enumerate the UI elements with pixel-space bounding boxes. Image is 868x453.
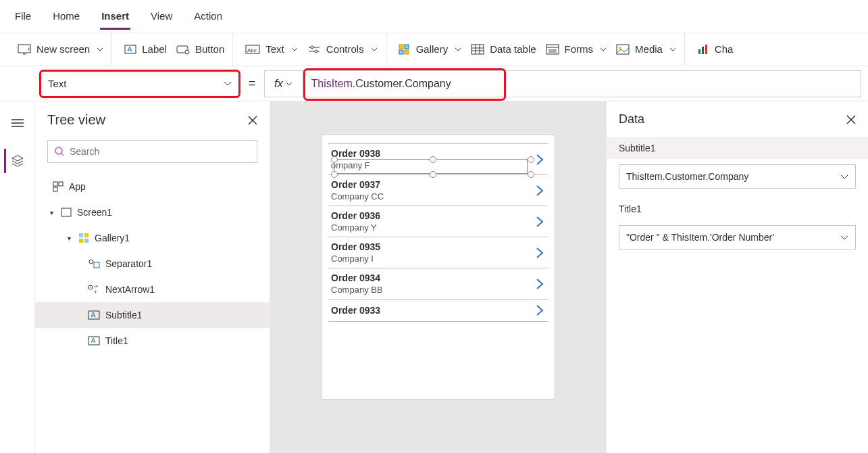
- tree-search-input[interactable]: [70, 146, 250, 157]
- tree-node-label: Separator1: [105, 258, 152, 269]
- gallery-item[interactable]: Order 0934Company BB: [328, 268, 548, 300]
- label-icon: [88, 310, 100, 320]
- fx-button[interactable]: fx: [264, 70, 303, 97]
- chevron-right-icon[interactable]: [536, 184, 545, 197]
- chevron-down-icon: [291, 47, 298, 51]
- close-icon: [846, 115, 856, 124]
- chevron-down-icon: [97, 47, 103, 51]
- data-panel: Data Subtitle1 ThisItem.Customer.Company…: [606, 101, 868, 453]
- chevron-right-icon[interactable]: [536, 304, 545, 317]
- property-selector[interactable]: Text: [39, 70, 240, 98]
- text-menu[interactable]: Abc Text: [245, 43, 298, 55]
- forms-menu[interactable]: Forms: [546, 43, 607, 55]
- button-button[interactable]: Button: [176, 43, 224, 55]
- property-selector-value: Text: [48, 78, 67, 89]
- gallery-item-title: Order 0936: [331, 210, 536, 221]
- rail-tree-view[interactable]: [4, 149, 28, 173]
- tree-node-label: NextArrow1: [105, 284, 155, 295]
- data-field-subtitle-input[interactable]: ThisItem.Customer.Company: [619, 164, 856, 189]
- tree-node-subtitle1[interactable]: Subtitle1: [35, 302, 270, 328]
- canvas[interactable]: Order 0938ompany FOrder 0937Company CCOr…: [270, 101, 606, 453]
- data-table-button[interactable]: Data table: [471, 43, 536, 55]
- chevron-right-icon[interactable]: [536, 246, 545, 260]
- selection-handle[interactable]: [430, 156, 436, 163]
- gallery-menu[interactable]: Gallery: [399, 43, 462, 55]
- menu-insert[interactable]: Insert: [100, 2, 130, 30]
- fx-label: fx: [274, 77, 283, 91]
- svg-rect-27: [698, 49, 700, 54]
- tree-node-title1[interactable]: Title1: [35, 328, 270, 354]
- search-icon: [55, 147, 64, 156]
- svg-rect-43: [84, 233, 88, 237]
- forms-icon: [546, 44, 559, 55]
- forms-label: Forms: [565, 43, 594, 55]
- svg-rect-21: [546, 45, 559, 54]
- tree-node-nextarrow1[interactable]: + NextArrow1: [35, 277, 270, 302]
- data-field-title-input[interactable]: "Order " & ThisItem.'Order Number': [619, 225, 856, 249]
- media-menu[interactable]: Media: [616, 43, 676, 55]
- tree: App ▾ Screen1 ▾ Gallery1 Separator1 + Ne…: [35, 171, 270, 356]
- svg-point-46: [89, 260, 93, 264]
- chart-menu[interactable]: Cha: [697, 43, 734, 55]
- twisty-icon[interactable]: ▾: [65, 235, 73, 242]
- rail-hamburger[interactable]: [5, 111, 30, 135]
- gallery-item[interactable]: Order 0938ompany F: [328, 143, 548, 175]
- text-icon: Abc: [245, 44, 260, 55]
- svg-rect-50: [88, 311, 99, 319]
- data-field-title-label: Title1: [607, 198, 868, 220]
- gallery-item-title: Order 0937: [331, 179, 536, 190]
- tree-close-button[interactable]: [248, 116, 257, 125]
- tree-node-screen1[interactable]: ▾ Screen1: [35, 199, 270, 225]
- svg-rect-16: [471, 45, 484, 54]
- menu-file[interactable]: File: [14, 2, 32, 30]
- gallery-item-title: Order 0933: [331, 305, 536, 316]
- tree-node-app[interactable]: App: [35, 174, 270, 199]
- formula-input[interactable]: ThisItem.Customer.Company: [303, 70, 861, 97]
- chevron-right-icon[interactable]: [536, 277, 545, 291]
- menu-action[interactable]: Action: [193, 2, 224, 30]
- tree-node-gallery1[interactable]: ▾ Gallery1: [35, 225, 270, 251]
- gallery-item-title: Order 0935: [331, 241, 536, 252]
- svg-point-9: [311, 46, 313, 49]
- data-panel-close[interactable]: [846, 115, 856, 124]
- tree-node-separator1[interactable]: Separator1: [35, 251, 270, 277]
- chevron-right-icon[interactable]: [536, 153, 545, 166]
- gallery-item[interactable]: Order 0933: [328, 300, 548, 322]
- gallery-label: Gallery: [416, 43, 449, 55]
- main-area: Tree view App ▾ Screen1 ▾ Galler: [0, 101, 868, 453]
- new-screen-label: New screen: [36, 43, 90, 55]
- gallery-item-subtitle: Company Y: [331, 222, 536, 233]
- gallery-item-subtitle: Company CC: [331, 191, 536, 201]
- svg-rect-14: [399, 50, 403, 54]
- menu-view[interactable]: View: [149, 2, 174, 30]
- data-field-subtitle-label: Subtitle1: [607, 137, 868, 159]
- formula-token-rest: .Customer.Company: [353, 78, 451, 90]
- chevron-right-icon[interactable]: [536, 215, 545, 229]
- button-label: Button: [195, 43, 224, 55]
- svg-point-36: [55, 147, 62, 154]
- gallery-item[interactable]: Order 0936Company Y: [328, 206, 548, 237]
- svg-point-26: [619, 47, 621, 49]
- gallery-item[interactable]: Order 0937Company CC: [328, 175, 548, 206]
- selection-handle[interactable]: [331, 156, 338, 163]
- device-preview: Order 0938ompany FOrder 0937Company CCOr…: [322, 135, 555, 399]
- chevron-down-icon: [840, 235, 848, 240]
- menu-home[interactable]: Home: [51, 2, 81, 30]
- tree-title: Tree view: [47, 112, 248, 128]
- tree-search[interactable]: [47, 140, 257, 163]
- svg-point-11: [315, 50, 317, 53]
- selection-handle[interactable]: [528, 156, 534, 163]
- sliders-icon: [307, 44, 321, 55]
- screen-icon: [61, 208, 72, 217]
- svg-rect-51: [88, 337, 99, 345]
- label-button[interactable]: Label: [124, 43, 167, 55]
- gallery-item[interactable]: Order 0935Company I: [328, 237, 548, 268]
- chevron-down-icon: [224, 81, 232, 86]
- controls-label: Controls: [326, 43, 364, 55]
- svg-marker-33: [12, 156, 23, 161]
- new-screen-button[interactable]: + New screen: [18, 43, 103, 55]
- twisty-icon[interactable]: ▾: [47, 209, 55, 216]
- tree-panel: Tree view App ▾ Screen1 ▾ Galler: [35, 101, 270, 453]
- close-icon: [248, 116, 257, 125]
- controls-menu[interactable]: Controls: [307, 43, 378, 55]
